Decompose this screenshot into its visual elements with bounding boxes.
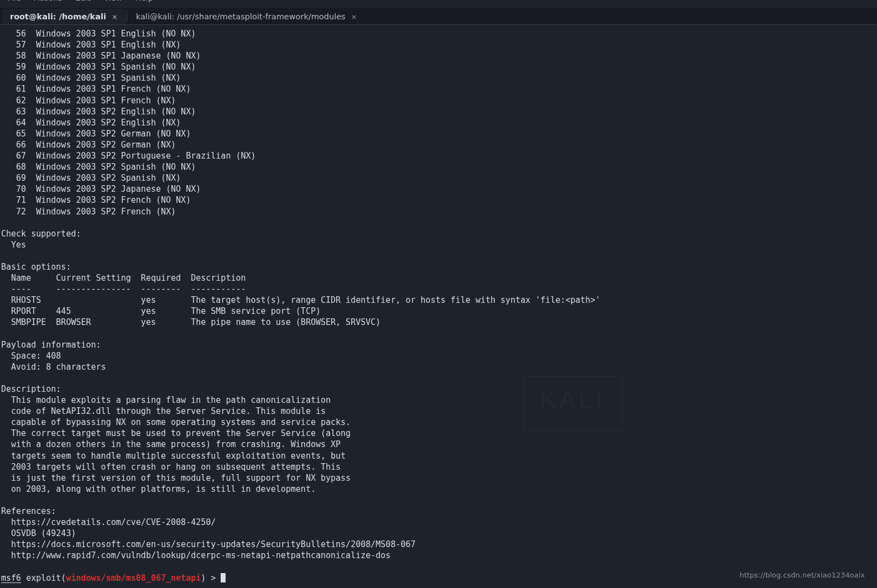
menu-help[interactable]: Help — [135, 0, 153, 2]
menu-edit[interactable]: Edit — [76, 0, 91, 2]
tab-kali-modules[interactable]: kali@kali: /usr/share/metasploit-framewo… — [128, 9, 365, 24]
tab-separator — [127, 10, 127, 22]
terminal-output[interactable]: 56 Windows 2003 SP1 English (NO NX) 57 W… — [0, 25, 877, 585]
menu-actions[interactable]: Actions — [34, 0, 62, 2]
close-icon[interactable]: × — [112, 13, 118, 21]
tab-root-kali[interactable]: root@kali: /home/kali × — [2, 9, 126, 24]
tab-label: kali@kali: /usr/share/metasploit-framewo… — [136, 12, 346, 21]
tab-label: root@kali: /home/kali — [10, 12, 106, 21]
close-icon[interactable]: × — [351, 13, 357, 21]
watermark-url: https://blog.csdn.net/xiao1234oaix — [739, 571, 865, 579]
menu-file[interactable]: File — [8, 0, 20, 2]
menubar: File Actions Edit View Help — [0, 0, 877, 7]
tabbar: root@kali: /home/kali × kali@kali: /usr/… — [0, 8, 877, 24]
menu-view[interactable]: View — [104, 0, 122, 2]
